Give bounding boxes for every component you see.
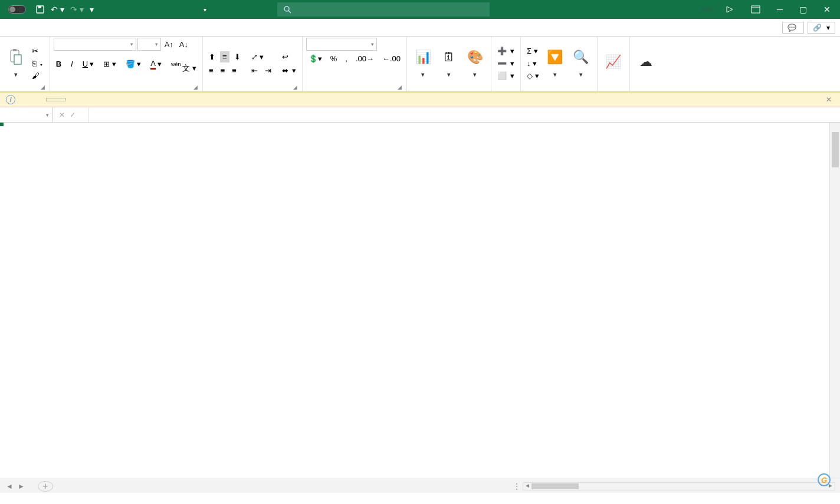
number-launcher-icon[interactable]: ◢ bbox=[398, 84, 402, 90]
fill-icon[interactable]: ↓ ▾ bbox=[524, 58, 542, 69]
svg-rect-4 bbox=[752, 6, 760, 13]
analyze-button[interactable]: 📈 bbox=[601, 51, 626, 76]
close-icon[interactable]: ✕ bbox=[819, 2, 835, 17]
font-name-combo[interactable]: ▾ bbox=[54, 38, 136, 51]
notif-close-icon[interactable]: ✕ bbox=[823, 95, 834, 104]
svg-rect-8 bbox=[14, 55, 21, 64]
group-cells: ➕ ▾ ➖ ▾ ⬜ ▾ bbox=[491, 37, 521, 91]
bold-icon[interactable]: B bbox=[54, 58, 64, 70]
group-edit: Σ ▾ ↓ ▾ ◇ ▾ 🔽▾ 🔍▾ bbox=[521, 37, 598, 91]
table-format-button[interactable]: 🗓▾ bbox=[437, 46, 461, 81]
sheet-area bbox=[0, 123, 840, 479]
paste-button[interactable]: ▾ bbox=[4, 46, 28, 81]
merge-button[interactable]: ⬌ ▾ bbox=[280, 65, 298, 76]
increase-decimal-icon[interactable]: .00→ bbox=[353, 53, 376, 64]
title-bar: ↶ ▾ ↷ ▾ ▾ ▾ ─ ▢ ✕ bbox=[0, 0, 840, 19]
format-painter-icon[interactable]: 🖌 bbox=[29, 70, 46, 81]
font-size-combo[interactable]: ▾ bbox=[137, 38, 161, 51]
find-select-button[interactable]: 🔍▾ bbox=[569, 46, 593, 81]
group-clipboard: ▾ ✂ ⎘ ▾ 🖌 ◢ bbox=[0, 37, 50, 91]
sheet-tab-bar: ◄ ► + ⋮ ◄ ► bbox=[0, 479, 840, 493]
cloud-save-icon: ☁ bbox=[637, 54, 655, 71]
indent-increase-icon[interactable]: ⇥ bbox=[262, 65, 274, 76]
align-top-icon[interactable]: ⬆ bbox=[206, 51, 218, 62]
wrap-text-button[interactable]: ↩ bbox=[280, 51, 298, 62]
percent-icon[interactable]: % bbox=[328, 53, 340, 64]
autosave-toggle[interactable] bbox=[5, 5, 26, 14]
comma-icon[interactable]: , bbox=[343, 53, 350, 64]
sort-filter-button[interactable]: 🔽▾ bbox=[543, 46, 567, 81]
insert-cells-button[interactable]: ➕ ▾ bbox=[495, 45, 517, 57]
align-launcher-icon[interactable]: ◢ bbox=[293, 84, 297, 90]
find-icon: 🔍 bbox=[572, 48, 590, 66]
clear-icon[interactable]: ◇ ▾ bbox=[524, 70, 542, 81]
horizontal-scrollbar[interactable]: ◄ ► bbox=[523, 482, 835, 490]
align-left-icon[interactable]: ≡ bbox=[206, 65, 216, 76]
delete-cells-button[interactable]: ➖ ▾ bbox=[495, 58, 517, 69]
sheet-nav-left-icon[interactable]: ◄ bbox=[6, 482, 13, 490]
split-icon[interactable]: ⋮ bbox=[513, 482, 520, 490]
baidu-save-button[interactable]: ☁ bbox=[634, 51, 658, 76]
accept-fx-icon[interactable]: ✓ bbox=[70, 111, 76, 119]
phonetic-icon[interactable]: wén文 ▾ bbox=[169, 53, 199, 75]
info-icon: i bbox=[6, 95, 15, 104]
maximize-icon[interactable]: ▢ bbox=[795, 2, 812, 17]
formula-input[interactable] bbox=[88, 107, 840, 122]
formula-bar: ▾ ✕ ✓ bbox=[0, 107, 840, 123]
save-icon[interactable] bbox=[35, 5, 45, 14]
decrease-decimal-icon[interactable]: ←.00 bbox=[380, 53, 403, 64]
group-save: ☁ bbox=[630, 37, 662, 91]
format-cells-button[interactable]: ⬜ ▾ bbox=[495, 70, 517, 81]
align-right-icon[interactable]: ≡ bbox=[229, 65, 239, 76]
cancel-fx-icon[interactable]: ✕ bbox=[59, 111, 65, 119]
font-launcher-icon[interactable]: ◢ bbox=[193, 84, 198, 90]
underline-icon[interactable]: U ▾ bbox=[80, 58, 96, 70]
qat-more-icon[interactable]: ▾ bbox=[90, 5, 94, 14]
svg-rect-1 bbox=[38, 6, 41, 8]
align-bottom-icon[interactable]: ⬇ bbox=[232, 51, 243, 62]
ribbon-mode-icon[interactable] bbox=[746, 3, 765, 16]
activate-button[interactable] bbox=[46, 98, 66, 101]
search-box[interactable] bbox=[277, 2, 490, 17]
group-analyze: 📈 bbox=[598, 37, 630, 91]
sheet-nav-right-icon[interactable]: ► bbox=[18, 482, 25, 490]
cell-styles-button[interactable]: 🎨▾ bbox=[462, 46, 487, 81]
share-button[interactable]: 🔗 ▾ bbox=[808, 22, 835, 34]
font-color-icon[interactable]: A ▾ bbox=[148, 58, 164, 71]
conditional-format-button[interactable]: 📊▾ bbox=[411, 46, 435, 81]
undo-icon[interactable]: ↶ ▾ bbox=[51, 5, 64, 14]
cut-icon[interactable]: ✂ bbox=[29, 45, 46, 57]
vertical-scrollbar[interactable] bbox=[829, 123, 840, 479]
table-format-icon: 🗓 bbox=[440, 48, 458, 66]
align-center-icon[interactable]: ≡ bbox=[218, 65, 228, 76]
number-format-combo[interactable]: ▾ bbox=[306, 38, 377, 51]
cell-styles-icon: 🎨 bbox=[466, 48, 484, 66]
mic-icon[interactable] bbox=[720, 2, 739, 17]
login-button[interactable] bbox=[701, 7, 713, 12]
spreadsheet-grid[interactable] bbox=[0, 123, 829, 479]
ribbon-tabs: 💬 🔗 ▾ bbox=[0, 19, 840, 37]
comments-button[interactable]: 💬 bbox=[782, 22, 804, 34]
paste-icon bbox=[7, 48, 25, 66]
ribbon: ▾ ✂ ⎘ ▾ 🖌 ◢ ▾ ▾ A↑ A↓ B I U ▾ ⊞ ▾ 🪣 bbox=[0, 37, 840, 92]
border-icon[interactable]: ⊞ ▾ bbox=[101, 58, 119, 70]
conditional-format-icon: 📊 bbox=[414, 48, 432, 66]
align-middle-icon[interactable]: ≡ bbox=[220, 51, 229, 62]
redo-icon[interactable]: ↷ ▾ bbox=[70, 5, 84, 14]
currency-icon[interactable]: 💲▾ bbox=[306, 53, 324, 64]
orientation-icon[interactable]: ⤢ ▾ bbox=[249, 51, 274, 62]
analyze-icon: 📈 bbox=[605, 54, 622, 71]
add-sheet-button[interactable]: + bbox=[38, 481, 53, 492]
indent-decrease-icon[interactable]: ⇤ bbox=[249, 65, 260, 76]
notification-bar: i ✕ bbox=[0, 92, 840, 107]
fill-color-icon[interactable]: 🪣 ▾ bbox=[123, 58, 144, 70]
watermark: G bbox=[818, 473, 834, 486]
clipboard-launcher-icon[interactable]: ◢ bbox=[41, 84, 45, 90]
increase-size-icon[interactable]: A↑ bbox=[162, 39, 176, 50]
copy-icon[interactable]: ⎘ ▾ bbox=[29, 58, 46, 69]
name-box[interactable]: ▾ bbox=[0, 107, 53, 122]
decrease-size-icon[interactable]: A↓ bbox=[177, 39, 191, 50]
minimize-icon[interactable]: ─ bbox=[772, 2, 788, 17]
italic-icon[interactable]: I bbox=[68, 58, 76, 70]
autosum-icon[interactable]: Σ ▾ bbox=[524, 45, 542, 57]
